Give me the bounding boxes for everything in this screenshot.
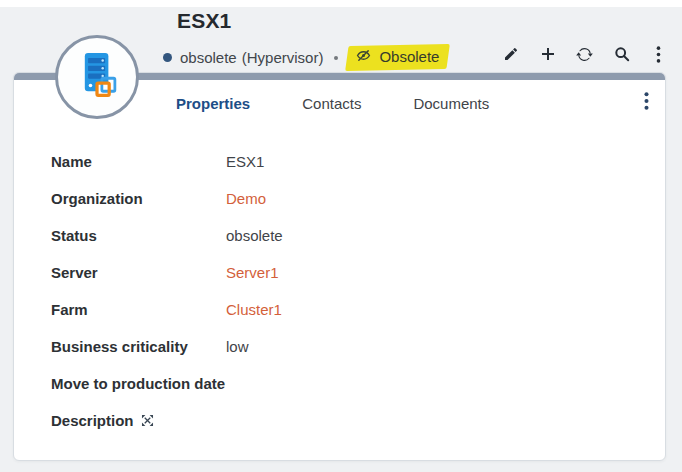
top-strip [0,0,682,7]
refresh-icon [576,46,593,63]
status-line: obsolete (Hypervisor) Obsolete [163,45,448,69]
property-row: Description [51,412,665,429]
action-toolbar [502,43,667,65]
page-title: ESX1 [177,9,232,33]
property-value: low [226,338,249,355]
status-bullet-icon [163,53,172,62]
property-label: Farm [51,301,226,318]
properties-list: Name ESX1 Organization Demo Status obsol… [14,126,665,429]
organization-link[interactable]: Demo [226,190,266,207]
property-label-text: Description [51,412,134,429]
object-avatar [55,35,139,119]
property-label: Status [51,227,226,244]
kebab-menu-icon [656,46,661,63]
property-label: Move to production date [51,375,226,392]
property-row: Name ESX1 [51,153,665,170]
property-value: ESX1 [226,153,264,170]
status-state: obsolete [180,49,237,66]
property-row: Organization Demo [51,190,665,207]
tab-documents[interactable]: Documents [413,95,489,112]
hypervisor-server-icon [71,49,123,105]
property-row: Farm Cluster1 [51,301,665,318]
expand-toggle-icon[interactable] [141,414,154,427]
new-button[interactable] [539,46,556,63]
property-row: Server Server1 [51,264,665,281]
property-label: Name [51,153,226,170]
pencil-icon [503,46,519,62]
farm-link[interactable]: Cluster1 [226,301,282,318]
property-row: Status obsolete [51,227,665,244]
edit-button[interactable] [502,46,519,63]
property-row: Move to production date [51,375,665,392]
search-button[interactable] [613,46,630,63]
obsolete-badge: Obsolete [347,45,448,70]
refresh-button[interactable] [576,46,593,63]
tab-properties[interactable]: Properties [176,95,250,112]
plus-icon [540,46,556,62]
property-label: Description [51,412,226,429]
status-class: (Hypervisor) [242,49,324,66]
property-value: obsolete [226,227,283,244]
property-row: Business criticality low [51,338,665,355]
obsolete-badge-label: Obsolete [379,48,439,65]
search-icon [614,46,630,62]
eye-slash-icon [354,48,373,66]
tab-contacts[interactable]: Contacts [302,95,361,112]
tabs-more-button[interactable] [644,92,649,113]
separator-dot-icon [334,56,338,60]
object-details-panel: Properties Contacts Documents Name ESX1 … [13,72,666,461]
property-label: Organization [51,190,226,207]
server-link[interactable]: Server1 [226,264,279,281]
property-label: Server [51,264,226,281]
header-more-button[interactable] [650,46,667,63]
property-label: Business criticality [51,338,226,355]
kebab-menu-icon [644,96,649,113]
